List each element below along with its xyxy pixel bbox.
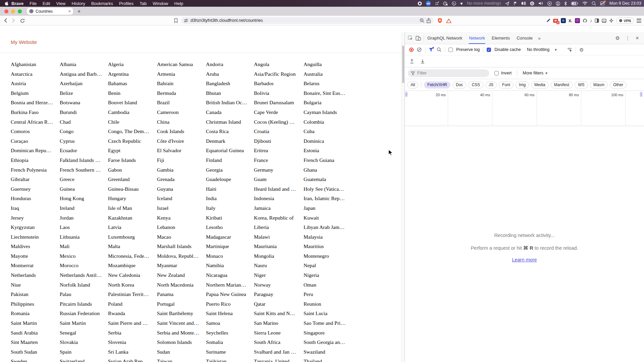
filter-chip-css[interactable]: CSS bbox=[468, 81, 483, 88]
time-lock-icon[interactable] bbox=[443, 1, 448, 6]
keyboard-layout-icon[interactable] bbox=[435, 1, 439, 6]
brave-shield-icon[interactable] bbox=[437, 18, 442, 25]
menu-item-window[interactable]: Window bbox=[150, 1, 171, 6]
vpn-button[interactable]: VPN bbox=[616, 17, 634, 24]
filter-chip-ws[interactable]: WS bbox=[575, 81, 588, 88]
ruler-left-handle[interactable] bbox=[405, 92, 408, 97]
invert-checkbox[interactable] bbox=[494, 71, 499, 75]
menu-item-profiles[interactable]: Profiles bbox=[116, 1, 137, 6]
spotlight-search-icon[interactable] bbox=[592, 1, 596, 6]
account-icon[interactable] bbox=[556, 1, 560, 6]
tab-close-icon[interactable]: × bbox=[68, 9, 71, 13]
meetings-status-text[interactable]: No more meetings bbox=[467, 1, 501, 6]
throttling-select[interactable]: No throttling bbox=[527, 47, 549, 52]
zoom-app-icon[interactable]: zm bbox=[426, 1, 431, 6]
reader-mode-icon[interactable] bbox=[595, 18, 599, 23]
zoom-window-button[interactable] bbox=[18, 9, 22, 13]
menu-item-tab[interactable]: Tab bbox=[137, 1, 150, 6]
filter-input[interactable]: Filter bbox=[408, 69, 489, 77]
warning-triangle-icon[interactable] bbox=[446, 18, 451, 24]
app-menu-icon[interactable] bbox=[637, 19, 641, 22]
menu-item-help[interactable]: Help bbox=[171, 1, 186, 6]
menu-item-bookmarks[interactable]: Bookmarks bbox=[88, 1, 116, 6]
network-settings-icon[interactable]: ⚙ bbox=[579, 47, 584, 52]
devtools-tab-graphql-network[interactable]: GraphQL Network bbox=[424, 32, 466, 44]
search-network-icon[interactable] bbox=[437, 47, 441, 52]
page-zoom-icon[interactable] bbox=[420, 18, 424, 23]
battery-icon[interactable] bbox=[571, 2, 578, 5]
import-har-icon[interactable] bbox=[410, 59, 414, 64]
power-icon[interactable] bbox=[530, 1, 534, 6]
site-settings-tune-icon[interactable] bbox=[184, 18, 188, 23]
filter-chip-wasm[interactable]: Wasm bbox=[590, 81, 608, 88]
bluetooth-icon[interactable] bbox=[564, 1, 567, 6]
devtools-settings-icon[interactable]: ⚙ bbox=[615, 36, 620, 41]
reload-icon[interactable] bbox=[20, 18, 25, 24]
devtools-close-icon[interactable]: × bbox=[636, 35, 639, 41]
forward-icon[interactable] bbox=[12, 18, 15, 24]
volume-icon[interactable] bbox=[538, 1, 543, 5]
chevron-down-icon[interactable]: ▼ bbox=[554, 48, 557, 52]
settings-extension-icon[interactable]: ✻ bbox=[561, 18, 566, 23]
share-icon[interactable] bbox=[427, 18, 431, 23]
devtools-tab-console[interactable]: Console bbox=[513, 32, 536, 44]
learn-more-link[interactable]: Learn more bbox=[512, 257, 537, 262]
music-note-icon[interactable]: ♪ bbox=[590, 18, 592, 23]
url-text[interactable]: d3hzn3tyfnt3th.cloudfront.net/countries bbox=[191, 18, 417, 23]
play-circle-icon[interactable] bbox=[547, 1, 552, 6]
close-window-button[interactable] bbox=[4, 9, 8, 13]
clear-network-log-icon[interactable] bbox=[417, 47, 422, 52]
back-icon[interactable] bbox=[4, 18, 7, 24]
menu-item-file[interactable]: File bbox=[26, 1, 40, 6]
screen-recording-indicator-icon[interactable] bbox=[418, 1, 422, 6]
wifi-icon[interactable] bbox=[582, 1, 588, 5]
preserve-log-checkbox[interactable] bbox=[448, 48, 453, 52]
disable-cache-label[interactable]: Disable cache bbox=[494, 47, 521, 52]
devtools-tab-network[interactable]: Network bbox=[466, 32, 488, 44]
filter-chip-js[interactable]: JS bbox=[485, 81, 497, 88]
filter-chip-fetch-xhr[interactable]: Fetch/XHR bbox=[424, 81, 450, 88]
heart-icon[interactable]: ♥ bbox=[460, 1, 463, 6]
more-tabs-icon[interactable]: » bbox=[536, 36, 542, 41]
network-conditions-icon[interactable] bbox=[567, 48, 572, 52]
menu-item-edit[interactable]: Edit bbox=[40, 1, 53, 6]
inspect-element-icon[interactable] bbox=[408, 36, 413, 41]
filter-toggle-icon[interactable] bbox=[429, 48, 433, 52]
rewards-spark-icon[interactable] bbox=[609, 18, 613, 23]
filter-chip-media[interactable]: Media bbox=[531, 81, 549, 88]
menubar-clock[interactable]: Mon 9 Dec 23:03 bbox=[609, 1, 641, 6]
filter-chip-font[interactable]: Font bbox=[499, 81, 514, 88]
x-extension-icon[interactable]: X. bbox=[569, 19, 572, 23]
viber-icon[interactable] bbox=[452, 1, 456, 6]
page-scrollbar[interactable] bbox=[401, 32, 405, 362]
browser-tab-countries[interactable]: Countries × bbox=[27, 8, 73, 15]
apple-logo-icon[interactable] bbox=[5, 1, 8, 6]
menu-item-view[interactable]: View bbox=[53, 1, 69, 6]
mail-extension-icon[interactable]: M6 bbox=[553, 19, 558, 23]
filter-chip-doc[interactable]: Doc bbox=[452, 81, 466, 88]
url-bar[interactable]: d3hzn3tyfnt3th.cloudfront.net/countries bbox=[181, 17, 433, 24]
control-center-icon[interactable] bbox=[600, 1, 605, 5]
record-network-log-icon[interactable] bbox=[409, 48, 414, 52]
menu-item-history[interactable]: History bbox=[68, 1, 88, 6]
send-icon[interactable] bbox=[505, 1, 509, 6]
stage-manager-icon[interactable] bbox=[521, 1, 526, 5]
more-filters-button[interactable]: More filters ▼ bbox=[523, 71, 548, 75]
device-toolbar-icon[interactable] bbox=[416, 36, 421, 41]
disable-cache-checkbox[interactable]: ✓ bbox=[487, 48, 491, 52]
devtools-menu-icon[interactable]: ⋮ bbox=[625, 35, 630, 41]
export-har-icon[interactable] bbox=[420, 59, 425, 64]
card-icon[interactable] bbox=[602, 19, 606, 23]
highlighter-pen-icon[interactable] bbox=[546, 18, 550, 23]
purple-extension-icon[interactable] bbox=[575, 18, 580, 23]
flag-icon[interactable] bbox=[514, 1, 517, 6]
minimize-window-button[interactable] bbox=[11, 9, 15, 13]
invert-label[interactable]: Invert bbox=[501, 71, 512, 75]
filter-chip-img[interactable]: Img bbox=[516, 81, 529, 88]
scrollbar-thumb[interactable] bbox=[402, 46, 404, 83]
new-tab-button[interactable]: + bbox=[77, 9, 80, 14]
preserve-log-label[interactable]: Preserve log bbox=[456, 47, 480, 52]
filter-chip-all[interactable]: All bbox=[407, 81, 418, 88]
bookmark-icon[interactable] bbox=[174, 18, 178, 24]
menu-item-brave[interactable]: Brave bbox=[8, 1, 26, 6]
